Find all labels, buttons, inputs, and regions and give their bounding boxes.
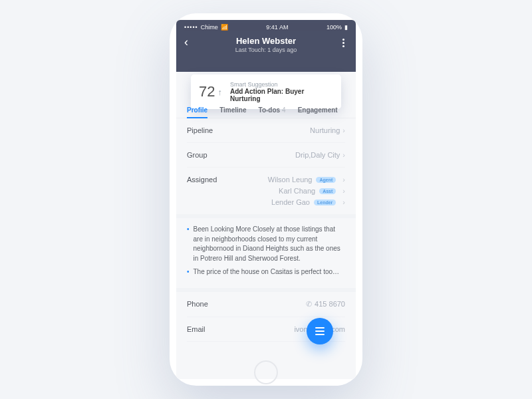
more-menu-button[interactable] [338,39,348,47]
chevron-right-icon: › [342,151,345,159]
fab-menu-button[interactable] [307,318,333,344]
tab-profile[interactable]: Profile [187,101,207,118]
wifi-icon: 📶 [221,24,228,31]
tab-engagement[interactable]: Engagement [298,101,338,118]
app-header: ••••• Chime 📶 9:41 AM 100% ▮ ‹ Helen Web… [176,20,356,72]
note-item: Been Looking More Closely at those listi… [187,225,345,263]
row-phone[interactable]: Phone ✆415 8670 [187,292,345,317]
assignee: Karl ChangAsst› [279,187,345,195]
tab-todos[interactable]: To-dos4 [259,101,286,118]
battery-label: 100% [327,24,342,31]
battery-icon: ▮ [344,24,348,31]
note-item: The price of the house on Casitas is per… [187,267,345,277]
row-assigned[interactable]: Assigned Wilson LeungAgent› Karl ChangAs… [187,167,345,214]
back-button[interactable]: ‹ [184,36,188,48]
last-touch-label: Last Touch: 1 days ago [235,47,297,53]
row-group[interactable]: Group Drip,Daly City› [187,142,345,167]
signal-icon: ••••• [184,24,198,31]
status-bar: ••••• Chime 📶 9:41 AM 100% ▮ [184,24,348,31]
suggestion-label: Smart Suggestion [230,81,333,88]
screen: ••••• Chime 📶 9:41 AM 100% ▮ ‹ Helen Web… [176,20,356,379]
menu-icon [315,327,325,335]
row-pipeline[interactable]: Pipeline Nurturing› [187,118,345,142]
suggestion-action: Add Action Plan: Buyer Nurturing [230,88,333,102]
chevron-right-icon: › [342,126,345,134]
contact-name: Helen Webster [235,36,297,46]
assignee: Lender GaoLender› [271,198,345,206]
phone-frame: ••••• Chime 📶 9:41 AM 100% ▮ ‹ Helen Web… [170,13,362,386]
home-button[interactable] [254,360,278,384]
profile-section: Pipeline Nurturing› Group Drip,Daly City… [176,118,356,214]
chevron-right-icon: › [342,176,345,184]
lead-score: 72 ↑ [199,83,222,100]
tab-timeline[interactable]: Timeline [219,101,246,118]
clock: 9:41 AM [266,24,288,31]
carrier-label: Chime [201,24,218,31]
notes-section: Been Looking More Closely at those listi… [176,214,356,292]
tab-bar: Profile Timeline To-dos4 Engagement [176,101,356,118]
assignee: Wilson LeungAgent› [268,176,345,184]
arrow-up-icon: ↑ [217,87,222,97]
phone-icon: ✆ [306,300,312,308]
